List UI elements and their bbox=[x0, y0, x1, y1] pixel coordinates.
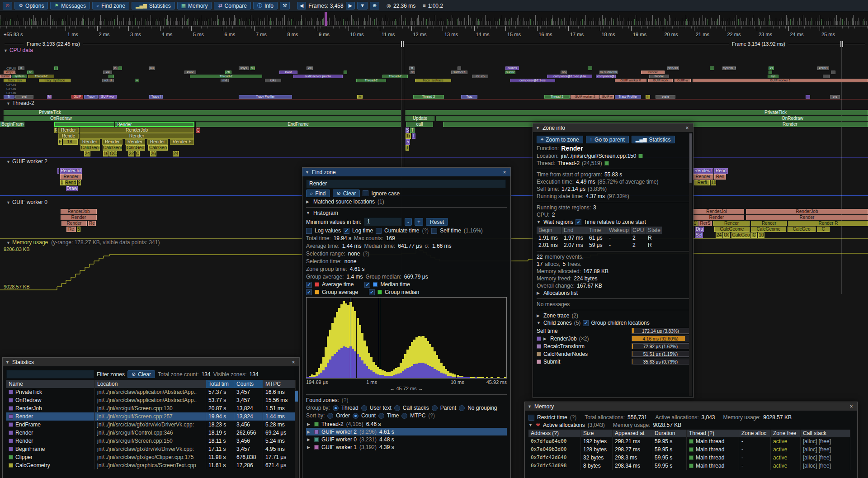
memory-table-header[interactable]: Address (?)SizeAppeared atDurationThread… bbox=[528, 430, 854, 437]
group-median-checkbox[interactable] bbox=[369, 289, 375, 295]
find-zone-titlebar[interactable]: ▼ Find zone × bbox=[302, 168, 510, 176]
table-row-render[interactable]: Renderjni/../jni/src/guif/Screen.cpp:150… bbox=[6, 437, 296, 445]
collapse-icon[interactable]: ▼ bbox=[528, 423, 533, 427]
collapse-icon[interactable]: ▼ bbox=[537, 321, 541, 325]
close-icon[interactable]: × bbox=[848, 403, 854, 410]
active-allocations-header[interactable]: ▼❤Active allocations(3,043)Memory usage:… bbox=[528, 422, 854, 428]
column-header-zone-free[interactable]: Zone free bbox=[771, 430, 801, 437]
column-header-total-tim[interactable]: Total tim bbox=[206, 380, 234, 388]
table-row-render[interactable]: Renderjni/../jni/src/guif/Screen.cpp:257… bbox=[6, 412, 296, 421]
column-header-counts[interactable]: Counts bbox=[234, 380, 263, 388]
filter-input[interactable] bbox=[6, 370, 94, 379]
child-zones-header[interactable]: ▼Child zones(5)Group children locations bbox=[537, 320, 689, 326]
log-time-checkbox[interactable] bbox=[344, 228, 349, 234]
table-row-clipper[interactable]: Clipperjni/../jni/src/claw/gfx/geo/Clipp… bbox=[6, 453, 296, 461]
expand-icon[interactable]: ▶ bbox=[307, 430, 311, 434]
group-by-radio-no-grouping[interactable] bbox=[459, 405, 465, 411]
table-row-calcgeometry[interactable]: CalcGeometryjni/../jni/src/claw/graphics… bbox=[6, 461, 296, 469]
table-row-endframe[interactable]: EndFramejni/../jni/src/claw/gfx/drv/vk/D… bbox=[6, 421, 296, 429]
bin-input[interactable]: 1 bbox=[364, 218, 402, 226]
expand-icon[interactable]: ▶ bbox=[307, 422, 311, 426]
wait-region-row[interactable]: 1.91 ms1.97 ms61 μs-2R bbox=[537, 234, 689, 241]
wait-column-state[interactable]: State bbox=[646, 227, 662, 234]
child-zone-calcrendernodes[interactable]: CalcRenderNodes51.51 μs (1.15%) bbox=[537, 350, 689, 358]
sort-by-radio-mtpc[interactable] bbox=[401, 413, 407, 419]
group-average-checkbox[interactable] bbox=[306, 289, 312, 295]
table-row-beginframe[interactable]: BeginFramejni/../jni/src/claw/gfx/drv/vk… bbox=[6, 445, 296, 453]
wait-column-wakeup[interactable]: Wakeup bbox=[607, 227, 631, 234]
child-zone-self-time[interactable]: Self time172.14 μs (3.83%) bbox=[537, 327, 689, 335]
collapse-icon[interactable]: ▼ bbox=[528, 404, 532, 409]
scrollbar-thumb[interactable] bbox=[295, 391, 298, 402]
cumulate-time-checkbox[interactable] bbox=[376, 228, 382, 234]
group-by-radio-thread[interactable] bbox=[333, 405, 339, 411]
sort-by-radio-time[interactable] bbox=[378, 413, 384, 419]
collapse-icon[interactable]: ▶ bbox=[306, 199, 311, 204]
collapse-icon[interactable]: ▼ bbox=[537, 220, 541, 224]
restrict-time-checkbox[interactable] bbox=[528, 415, 534, 421]
allocation-row[interactable]: 0x7dfaa64e00192 bytes298.21 ms59.95 sMai… bbox=[528, 437, 854, 445]
child-zone-recalctransform[interactable]: RecalcTransform72.92 μs (1.62%) bbox=[537, 342, 689, 350]
child-zone-renderjob[interactable]: ▶RenderJob(×2)4.16 ms (92.60%) bbox=[537, 335, 689, 342]
zone-group-guif-worker-1[interactable]: ▶GUIF worker 1(3,192)4.39 s bbox=[306, 443, 507, 451]
log-values-checkbox[interactable] bbox=[306, 228, 312, 234]
column-header-size[interactable]: Size bbox=[581, 430, 613, 437]
help-icon[interactable]: (?) bbox=[422, 227, 429, 234]
expand-icon[interactable]: ▶ bbox=[537, 291, 541, 295]
collapse-icon[interactable]: ▼ bbox=[5, 360, 9, 364]
help-icon[interactable]: (?) bbox=[428, 412, 435, 419]
group-by-radio-call-stacks[interactable] bbox=[394, 405, 400, 411]
table-row-onredraw[interactable]: OnRedrawjni/../jni/src/claw/application/… bbox=[6, 396, 296, 404]
bin-increase-button[interactable]: + bbox=[415, 218, 423, 226]
zone-group-guif-worker-2[interactable]: ▶GUIF worker 2(3,296)4.61 s bbox=[306, 428, 507, 435]
scrollbar-thumb[interactable] bbox=[689, 133, 692, 183]
reset-button[interactable]: Reset bbox=[426, 218, 448, 226]
wait-column-end[interactable]: End bbox=[562, 227, 587, 234]
close-icon[interactable]: × bbox=[684, 125, 690, 131]
average-time-checkbox[interactable] bbox=[306, 282, 312, 288]
zoom-to-zone-button[interactable]: ⌖Zoom to zone bbox=[537, 136, 583, 143]
column-header-appeared-at[interactable]: Appeared at bbox=[613, 430, 652, 437]
statistics-button[interactable]: ▂▄▆Statistics bbox=[632, 136, 675, 143]
collapse-icon[interactable]: ▼ bbox=[536, 126, 540, 130]
column-header-thread[interactable]: Thread (?) bbox=[687, 430, 739, 437]
clear-filter-button[interactable]: ⊘ Clear bbox=[127, 370, 155, 378]
self-time-checkbox[interactable] bbox=[431, 228, 437, 234]
median-time-checkbox[interactable] bbox=[364, 282, 370, 288]
zone-info-scrollbar[interactable] bbox=[689, 133, 692, 396]
column-header-duration[interactable]: Duration bbox=[652, 430, 687, 437]
zone-group-thread-2[interactable]: ▶Thread-2(4,105)6.46 s bbox=[306, 420, 507, 428]
time-relative-checkbox[interactable] bbox=[576, 219, 581, 225]
column-header-zone-alloc[interactable]: Zone alloc bbox=[739, 430, 771, 437]
expand-icon[interactable]: ▶ bbox=[537, 313, 541, 318]
allocation-row[interactable]: 0x7e049b3d00128 bytes298.27 ms59.95 sMai… bbox=[528, 445, 854, 454]
clear-button[interactable]: ⊘ Clear bbox=[333, 189, 360, 197]
column-header-call-stack[interactable]: Call stack bbox=[801, 430, 850, 437]
expand-icon[interactable]: ▶ bbox=[307, 437, 311, 442]
group-by-radio-parent[interactable] bbox=[432, 405, 438, 411]
ignore-case-checkbox[interactable] bbox=[363, 190, 368, 196]
sort-by-radio-count[interactable] bbox=[353, 413, 359, 419]
statistics-table-header[interactable]: NameLocationTotal timCountsMTPC bbox=[6, 380, 296, 388]
statistics-scrollbar[interactable] bbox=[295, 390, 298, 478]
close-icon[interactable]: × bbox=[501, 169, 508, 175]
collapse-icon[interactable]: ▼ bbox=[305, 170, 309, 175]
bin-decrease-button[interactable]: - bbox=[405, 218, 412, 226]
table-row-renderjob[interactable]: RenderJobjni/../jni/src/guif/Screen.cpp:… bbox=[6, 404, 296, 412]
wait-column-cpu[interactable]: CPU bbox=[631, 227, 646, 234]
allocation-row[interactable]: 0x7dfc42d64032 bytes298.3 ms59.95 sMain … bbox=[528, 454, 854, 462]
wait-column-begin[interactable]: Begin bbox=[537, 227, 562, 234]
column-header-mtpc[interactable]: MTPC bbox=[263, 380, 296, 388]
zone-trace-header[interactable]: ▶Zone trace(2) bbox=[537, 312, 689, 319]
statistics-titlebar[interactable]: ▼ Statistics × bbox=[3, 358, 299, 366]
child-zone-submit[interactable]: Submit35.63 μs (0.79%) bbox=[537, 358, 689, 365]
allocation-row[interactable]: 0x7dfc53d8988 bytes298.34 ms59.95 sMain … bbox=[528, 462, 854, 470]
group-children-checkbox[interactable] bbox=[583, 320, 589, 326]
wait-column-time[interactable]: Time bbox=[587, 227, 607, 234]
sort-by-radio-order[interactable] bbox=[327, 413, 333, 419]
group-by-radio-user-text[interactable] bbox=[361, 405, 367, 411]
collapse-icon[interactable]: ▼ bbox=[306, 211, 311, 215]
search-input[interactable]: Render bbox=[306, 180, 506, 188]
help-icon[interactable]: (?) bbox=[570, 414, 577, 421]
zone-group-guif-worker-0[interactable]: ▶GUIF worker 0(3,231)4.48 s bbox=[306, 435, 507, 443]
